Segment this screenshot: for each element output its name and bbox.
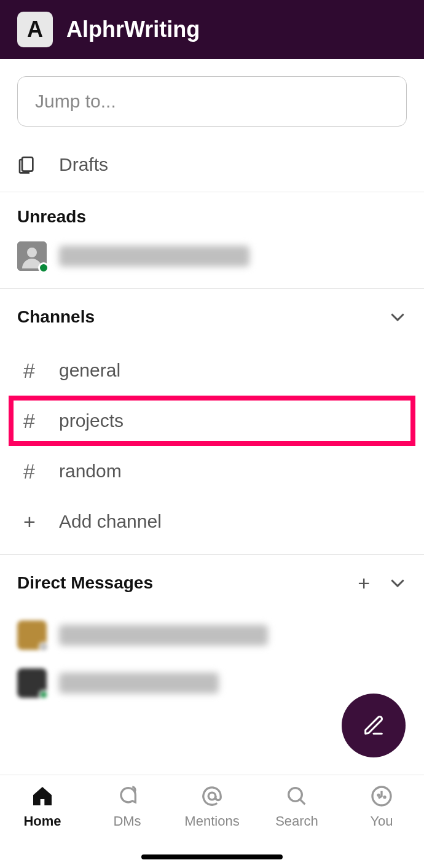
tab-dms[interactable]: DMs — [90, 784, 164, 829]
svg-point-2 — [208, 792, 216, 800]
presence-active-icon — [39, 690, 49, 700]
dms-icon — [115, 784, 139, 808]
channel-item-random[interactable]: # random — [0, 446, 424, 496]
workspace-icon: A — [17, 12, 53, 47]
avatar — [17, 241, 47, 271]
channel-item-projects[interactable]: # projects — [9, 396, 415, 446]
chevron-down-icon[interactable] — [388, 574, 407, 592]
svg-point-1 — [27, 248, 37, 257]
drafts-row[interactable]: Drafts — [0, 138, 424, 192]
tab-you[interactable]: You — [345, 784, 418, 829]
hash-icon: # — [23, 459, 59, 483]
tab-bar: Home DMs Mentions Search You — [0, 775, 424, 868]
drafts-label: Drafts — [59, 154, 108, 175]
redacted-name — [59, 625, 268, 646]
plus-icon[interactable]: + — [358, 571, 370, 595]
compose-button[interactable] — [342, 694, 406, 757]
avatar — [17, 620, 47, 650]
tab-home[interactable]: Home — [6, 784, 79, 829]
add-channel-row[interactable]: + Add channel — [0, 496, 424, 547]
unread-item[interactable] — [0, 241, 424, 288]
dms-header[interactable]: Direct Messages + — [0, 555, 424, 611]
workspace-header[interactable]: A AlphrWriting — [0, 0, 424, 59]
plus-icon: + — [23, 510, 59, 534]
home-icon — [30, 784, 55, 808]
svg-line-4 — [300, 799, 305, 804]
home-indicator — [141, 854, 283, 859]
tab-mentions[interactable]: Mentions — [175, 784, 249, 829]
workspace-name: AlphrWriting — [66, 17, 200, 42]
presence-away-icon — [39, 642, 49, 652]
tab-label: Mentions — [184, 813, 239, 829]
jump-to-input[interactable] — [17, 76, 407, 127]
unreads-header: Unreads — [0, 192, 424, 241]
mentions-icon — [200, 784, 224, 808]
avatar — [17, 668, 47, 698]
tab-label: Search — [275, 813, 318, 829]
tab-label: Home — [23, 813, 61, 829]
chevron-down-icon[interactable] — [388, 308, 407, 326]
dms-title: Direct Messages — [17, 573, 153, 593]
search-container — [0, 59, 424, 127]
search-icon — [285, 784, 309, 808]
channel-item-general[interactable]: # general — [0, 345, 424, 396]
channel-name: random — [59, 461, 122, 482]
drafts-icon — [17, 155, 59, 174]
dm-item[interactable] — [0, 611, 424, 659]
tab-search[interactable]: Search — [260, 784, 334, 829]
compose-icon — [361, 713, 386, 738]
hash-icon: # — [23, 409, 59, 433]
channel-name: projects — [59, 410, 124, 431]
tab-label: DMs — [113, 813, 141, 829]
svg-point-6 — [378, 794, 379, 796]
add-channel-label: Add channel — [59, 511, 162, 532]
unreads-title: Unreads — [17, 207, 86, 227]
channels-header[interactable]: Channels — [0, 289, 424, 345]
redacted-name — [59, 246, 249, 267]
hash-icon: # — [23, 359, 59, 383]
presence-active-icon — [38, 262, 49, 273]
you-icon — [369, 784, 394, 808]
redacted-name — [59, 673, 219, 694]
channel-name: general — [59, 360, 120, 381]
svg-point-3 — [289, 788, 302, 802]
channels-title: Channels — [17, 307, 95, 327]
svg-point-7 — [384, 797, 385, 798]
tab-label: You — [370, 813, 393, 829]
